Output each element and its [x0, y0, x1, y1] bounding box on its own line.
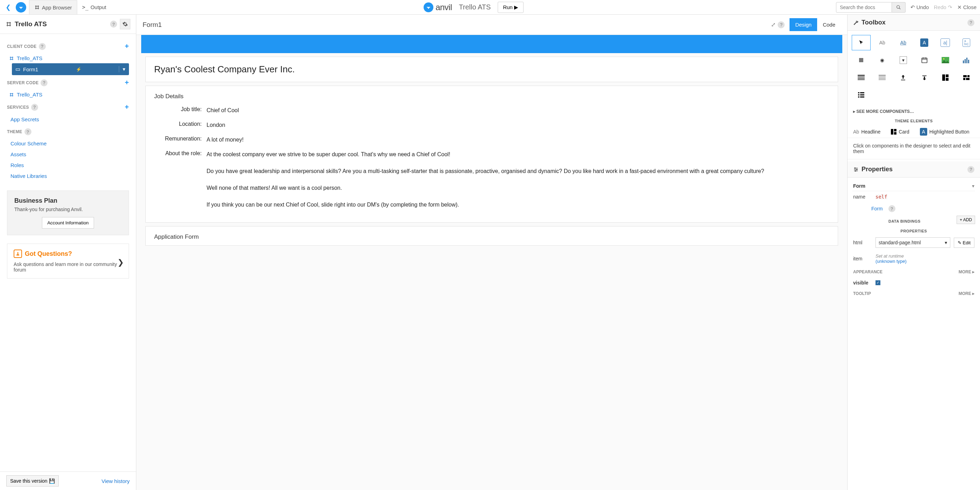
add-client-code[interactable]: + — [125, 42, 129, 50]
tool-datagrid[interactable] — [852, 70, 870, 85]
item-type-text: (unknown type) — [875, 259, 907, 264]
application-form-card[interactable]: Application Form — [145, 226, 838, 246]
prop-name-label: name — [853, 194, 872, 200]
app-secrets-link[interactable]: App Secrets — [7, 114, 129, 125]
add-binding-button[interactable]: + ADD — [956, 216, 975, 224]
questions-card[interactable]: Got Questions? Ask questions and learn m… — [7, 243, 129, 278]
svg-rect-36 — [963, 75, 967, 77]
help-icon[interactable]: ? — [24, 128, 32, 135]
assets-link[interactable]: Assets — [7, 149, 129, 160]
plan-card: Business Plan Thank-you for purchasing A… — [7, 191, 129, 235]
company-card[interactable]: Ryan's Coolest Company Ever Inc. — [145, 57, 838, 82]
help-icon[interactable]: ? — [888, 205, 896, 212]
roles-link[interactable]: Roles — [7, 160, 129, 170]
svg-rect-47 — [894, 129, 896, 131]
tool-dropdown[interactable]: ▾ — [894, 52, 913, 68]
design-tab[interactable]: Design — [789, 18, 817, 31]
help-icon[interactable]: ? — [41, 80, 48, 86]
redo-button[interactable]: Redo ↷ — [934, 4, 952, 11]
tool-button[interactable]: A — [915, 35, 934, 50]
account-info-button[interactable]: Account Information — [42, 217, 94, 229]
form-header-banner[interactable] — [141, 35, 842, 53]
job-details-card[interactable]: Job Details Job title: Chief of Cool Loc… — [145, 86, 838, 223]
edit-html-button[interactable]: ✎ Edit — [954, 238, 974, 248]
location-label: Location: — [154, 121, 207, 129]
settings-button[interactable] — [120, 19, 130, 29]
tool-flow-panel[interactable] — [957, 70, 976, 85]
tool-checkbox[interactable] — [852, 52, 870, 68]
native-libraries-link[interactable]: Native Libraries — [7, 170, 129, 181]
tool-link[interactable]: Ab — [894, 35, 913, 50]
client-module-item[interactable]: Trello_ATS — [7, 53, 129, 63]
application-form-header: Application Form — [154, 234, 829, 240]
svg-point-6 — [10, 22, 11, 24]
tool-plot[interactable] — [957, 52, 976, 68]
client-module-label: Trello_ATS — [17, 55, 42, 61]
theme-card[interactable]: Card — [891, 129, 909, 135]
chevron-down-icon[interactable]: ▾ — [972, 183, 974, 189]
html-select[interactable]: standard-page.html ▾ — [875, 237, 950, 248]
help-icon[interactable]: ? — [31, 104, 38, 111]
tool-textbox[interactable]: a| — [936, 35, 955, 50]
client-code-header: CLIENT CODE — [7, 44, 37, 49]
form-type-link[interactable]: Form — [871, 206, 883, 212]
add-service[interactable]: + — [125, 103, 129, 111]
form1-item[interactable]: ▭ Form1 ⚡ ▾ — [12, 63, 129, 75]
svg-rect-28 — [858, 80, 865, 80]
more-tooltip[interactable]: MORE ▸ — [959, 291, 974, 296]
toolbox-title: Toolbox — [862, 19, 965, 26]
visible-checkbox[interactable]: ✓ — [875, 280, 880, 285]
run-button[interactable]: Run ▶ — [498, 2, 523, 13]
tool-repeating[interactable] — [873, 70, 892, 85]
help-icon[interactable]: ? — [110, 21, 117, 28]
tool-label[interactable]: Ab — [873, 35, 892, 50]
tab-output-label: Output — [91, 4, 106, 10]
see-more-components[interactable]: ▸ SEE MORE COMPONENTS… — [848, 107, 980, 116]
view-history-link[interactable]: View history — [101, 478, 130, 484]
save-version-button[interactable]: Save this version 💾 — [6, 475, 59, 487]
help-icon[interactable]: ? — [967, 166, 974, 173]
search-button[interactable] — [892, 2, 905, 13]
search-input[interactable] — [836, 2, 892, 13]
theme-highlighted-button[interactable]: A Highlighted Button — [920, 128, 969, 135]
undo-button[interactable]: ↶ Undo — [910, 4, 929, 11]
help-icon[interactable]: ? — [778, 21, 784, 28]
code-tab[interactable]: Code — [817, 18, 841, 31]
help-icon[interactable]: ? — [39, 43, 46, 50]
svg-rect-45 — [860, 97, 864, 97]
form1-label: Form1 — [23, 67, 38, 72]
svg-point-13 — [10, 93, 11, 94]
help-icon[interactable]: ? — [967, 19, 974, 26]
server-module-item[interactable]: Trello_ATS — [7, 89, 129, 100]
tool-pointer[interactable] — [852, 35, 870, 50]
tool-fileloader[interactable] — [894, 70, 913, 85]
colour-scheme-link[interactable]: Colour Scheme — [7, 138, 129, 149]
add-server-code[interactable]: + — [125, 79, 129, 87]
tool-datepicker[interactable] — [915, 52, 934, 68]
tool-linear-panel[interactable] — [852, 88, 870, 103]
tool-radio[interactable]: ◉ — [873, 52, 892, 68]
expand-icon[interactable]: ⤢ — [771, 21, 776, 28]
more-appearance[interactable]: MORE ▸ — [959, 269, 974, 274]
svg-point-10 — [12, 57, 13, 57]
chevron-down-icon: ▾ — [945, 240, 947, 245]
svg-rect-42 — [858, 94, 859, 95]
plan-text: Thank-you for purchasing Anvil. — [14, 207, 122, 212]
svg-point-8 — [10, 25, 11, 26]
back-button[interactable]: ❮ — [3, 2, 13, 13]
close-button[interactable]: ✕ Close — [957, 4, 977, 11]
tool-textarea[interactable]: abc| — [957, 35, 976, 50]
theme-headline[interactable]: Ab Headline — [853, 129, 880, 135]
tool-column-panel[interactable] — [936, 70, 955, 85]
app-name: Trello ATS — [15, 20, 108, 28]
tool-download[interactable] — [915, 70, 934, 85]
chevron-right-icon: ❯ — [118, 258, 124, 267]
tab-app-browser[interactable]: App Browser — [29, 0, 77, 14]
tool-image[interactable] — [936, 52, 955, 68]
svg-point-0 — [35, 6, 37, 6]
svg-rect-30 — [879, 76, 886, 77]
anvil-logo-small[interactable] — [16, 2, 26, 13]
chevron-down-icon[interactable]: ▾ — [119, 66, 126, 72]
module-icon — [9, 92, 14, 97]
tab-output[interactable]: >_ Output — [77, 0, 111, 14]
